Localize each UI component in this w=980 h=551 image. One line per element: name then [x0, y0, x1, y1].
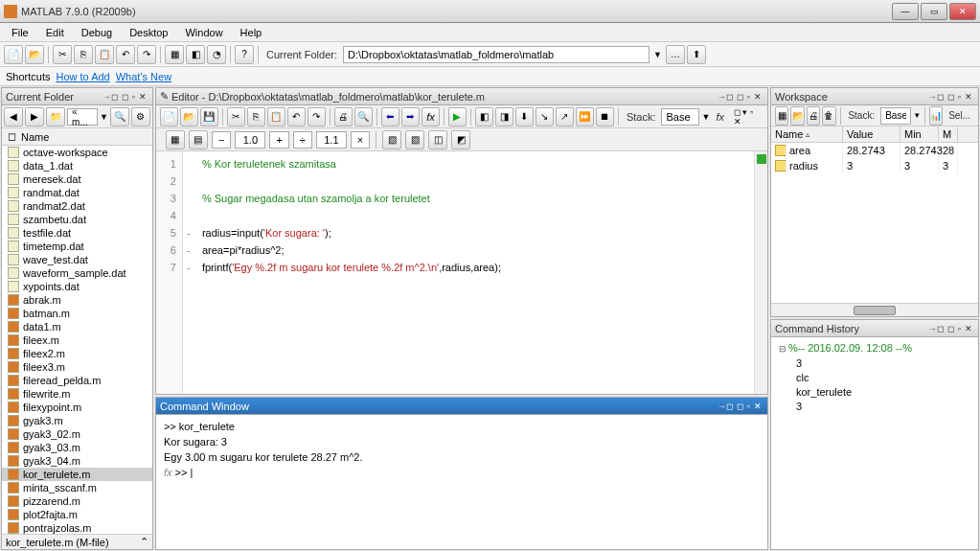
list-item[interactable]: gyak3_04.m	[2, 454, 152, 468]
history-item[interactable]: 3	[779, 356, 970, 371]
list-item[interactable]: abrak.m	[2, 293, 152, 307]
list-item[interactable]: testfile.dat	[2, 226, 152, 240]
editor-close-icon[interactable]: ✕	[752, 92, 763, 102]
ch-dock-icon[interactable]: →◻	[926, 324, 946, 333]
list-item[interactable]: octave-workspace	[2, 146, 152, 159]
up-folder-icon[interactable]: ⬆	[687, 45, 706, 64]
ed-cut-icon[interactable]: ✂	[227, 107, 245, 126]
cell-div[interactable]: ÷	[293, 131, 312, 149]
list-item[interactable]: filewrite.m	[2, 387, 152, 401]
ws-header-max[interactable]: M	[939, 126, 958, 142]
expand-icon[interactable]: ⌃	[140, 536, 148, 548]
cmd-dock-icon[interactable]: →◻	[716, 402, 735, 411]
close-button[interactable]: ✕	[949, 3, 976, 20]
code-line[interactable]: area=pi*radius^2;	[202, 241, 746, 259]
list-item[interactable]: filexypoint.m	[2, 401, 152, 414]
menu-debug[interactable]: Debug	[74, 25, 120, 40]
editor-body[interactable]: 1234567 --- % Kor teruletenek szamitasa%…	[156, 151, 767, 394]
history-item[interactable]: clc	[779, 371, 970, 385]
list-item[interactable]: fileread_pelda.m	[2, 374, 152, 387]
current-folder-input[interactable]	[343, 46, 650, 63]
cell-mul[interactable]: ×	[351, 131, 370, 149]
command-history-body[interactable]: ⊟%-- 2016.02.09. 12:08 --%3clckor_terule…	[771, 337, 978, 549]
list-item[interactable]: fileex3.m	[2, 360, 152, 374]
fwd-icon[interactable]: ▶	[25, 107, 44, 126]
cell-x2-icon[interactable]: ▨	[405, 130, 424, 149]
list-item[interactable]: randmat.dat	[2, 186, 152, 199]
list-item[interactable]: kor_terulete.m	[2, 468, 152, 481]
ed-find-icon[interactable]: 🔍	[354, 107, 373, 126]
minimize-button[interactable]: —	[892, 3, 919, 20]
cell-val2-input[interactable]	[316, 131, 347, 149]
ws-print-icon[interactable]: 🖨	[807, 106, 820, 126]
menu-help[interactable]: Help	[233, 25, 270, 40]
list-item[interactable]: waveform_sample.dat	[2, 266, 152, 280]
cf-browse-icon[interactable]: 📁	[46, 107, 65, 126]
tab-menu-icon[interactable]: ◻ ▾ ▫ ✕	[732, 107, 763, 126]
shortcut-whats-new[interactable]: What's New	[116, 71, 171, 82]
cell-x1-icon[interactable]: ▧	[382, 130, 401, 149]
list-item[interactable]: minta_sscanf.m	[2, 481, 152, 494]
ws-new-icon[interactable]: ▦	[775, 106, 788, 126]
new-file-icon[interactable]: 📄	[4, 45, 23, 64]
editor-dock-icon[interactable]: →◻	[716, 92, 735, 102]
list-item[interactable]: gyak3_02.m	[2, 427, 152, 441]
menu-desktop[interactable]: Desktop	[122, 25, 175, 40]
tree-toggle-icon[interactable]: ⊟	[779, 344, 786, 354]
search-icon[interactable]: 🔍	[110, 107, 129, 126]
ws-scrollbar[interactable]	[771, 303, 978, 316]
code-line[interactable]	[202, 172, 746, 190]
ws-header-value[interactable]: Value	[843, 126, 900, 142]
ws-header-name[interactable]: Name ▵	[771, 126, 843, 142]
maximize-icon[interactable]: ▫	[130, 92, 137, 102]
cell-highlight-icon[interactable]: ▦	[166, 130, 185, 149]
ws-stack-select[interactable]	[880, 107, 911, 125]
undock-icon[interactable]: ◻	[120, 92, 130, 102]
shortcut-how-to-add[interactable]: How to Add	[56, 71, 109, 82]
open-icon[interactable]: 📂	[25, 45, 44, 64]
paste-icon[interactable]: 📋	[95, 45, 114, 64]
help-icon[interactable]: ?	[235, 45, 254, 64]
list-item[interactable]: fileex.m	[2, 333, 152, 347]
profiler-icon[interactable]: ◔	[207, 45, 226, 64]
ed-bp2-icon[interactable]: ◨	[495, 107, 513, 126]
ws-undock-icon[interactable]: ◻	[946, 92, 956, 102]
workspace-table[interactable]: Name ▵ Value Min M area28.274328.274328r…	[771, 126, 978, 303]
list-item[interactable]: pizzarend.m	[2, 494, 152, 508]
ch-undock-icon[interactable]: ◻	[946, 324, 956, 333]
simulink-icon[interactable]: ▦	[165, 45, 184, 64]
code-line[interactable]: radius=input('Kor sugara: ');	[202, 224, 746, 241]
list-item[interactable]: pontrajzolas.m	[2, 521, 152, 534]
cell-plus[interactable]: +	[269, 131, 288, 149]
history-item[interactable]: kor_terulete	[779, 385, 970, 400]
list-item[interactable]: szambetu.dat	[2, 213, 152, 226]
ed-back-icon[interactable]: ⬅	[381, 107, 399, 126]
back-icon[interactable]: ◀	[4, 107, 23, 126]
table-row[interactable]: area28.274328.274328	[771, 143, 978, 158]
ed-stepin-icon[interactable]: ↘	[536, 107, 554, 126]
guide-icon[interactable]: ◧	[186, 45, 205, 64]
ed-fwd-icon[interactable]: ➡	[401, 107, 420, 126]
cell-x3-icon[interactable]: ◫	[428, 130, 447, 149]
browse-folder-icon[interactable]: …	[666, 45, 685, 64]
ed-continue-icon[interactable]: ⏩	[576, 107, 594, 126]
folder-crumb[interactable]: « m...	[67, 108, 98, 126]
table-row[interactable]: radius333	[771, 158, 978, 173]
list-item[interactable]: meresek.dat	[2, 172, 152, 186]
ed-step-icon[interactable]: ⬇	[515, 107, 534, 126]
list-item[interactable]: xypoints.dat	[2, 280, 152, 293]
list-item[interactable]: gyak3.m	[2, 414, 152, 427]
code-line[interactable]: fprintf('Egy %.2f m sugaru kor terulete …	[202, 259, 746, 276]
code-line[interactable]	[202, 207, 746, 224]
cmd-close-icon[interactable]: ✕	[752, 402, 763, 411]
list-item[interactable]: randmat2.dat	[2, 199, 152, 213]
stack-select[interactable]	[661, 108, 699, 126]
editor-undock-icon[interactable]: ◻	[735, 92, 745, 102]
gear-icon[interactable]: ⚙	[131, 107, 150, 126]
editor-max-icon[interactable]: ▫	[745, 92, 752, 102]
maximize-button[interactable]: ▭	[921, 3, 947, 20]
cmd-max-icon[interactable]: ▫	[745, 402, 752, 411]
history-item[interactable]: 3	[779, 400, 970, 414]
code-line[interactable]: % Sugar megadasa utan szamolja a kor ter…	[202, 190, 746, 207]
list-item[interactable]: gyak3_03.m	[2, 441, 152, 454]
